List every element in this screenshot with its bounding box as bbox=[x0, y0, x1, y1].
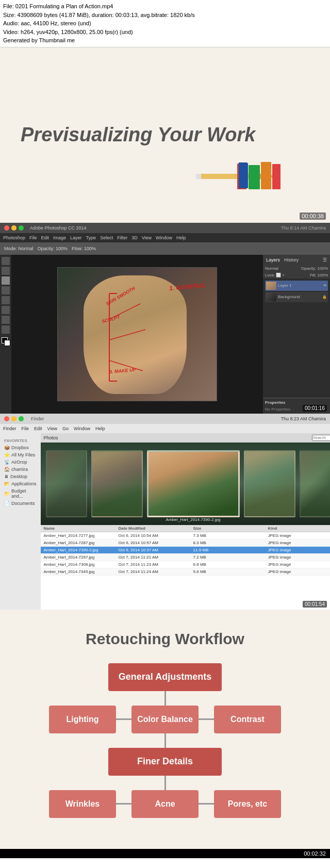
workflow-title: Retouching Workflow bbox=[86, 630, 244, 648]
file-row[interactable]: Amber_Hart_2014-7277.jpg Oct 6, 2014 10:… bbox=[41, 532, 330, 539]
ps-panels: Layers History ☰ Normal Opacity: 100% Lo… bbox=[263, 255, 330, 414]
budget-icon: 📁 bbox=[4, 491, 10, 496]
file-kind: JPEG image bbox=[268, 541, 330, 545]
finder-search[interactable] bbox=[312, 435, 330, 441]
ps-menu-edit[interactable]: Edit bbox=[41, 235, 50, 240]
photo-thumb-right[interactable] bbox=[244, 450, 295, 517]
ps-color-box[interactable] bbox=[2, 337, 10, 351]
ps-menu-view[interactable]: View bbox=[142, 235, 152, 240]
finder-documents[interactable]: 📄 Documents bbox=[2, 500, 39, 507]
finder-dropbox[interactable]: 📦 Dropbox bbox=[2, 444, 39, 451]
ps-menu-layer[interactable]: Layer bbox=[70, 235, 82, 240]
file-size: 7.3 MB bbox=[193, 533, 268, 538]
photo-thumb-main[interactable] bbox=[147, 450, 240, 517]
finder-applications[interactable]: 📂 Applications bbox=[2, 480, 39, 487]
ps-dodge-tool[interactable] bbox=[2, 316, 10, 324]
ps-mode-label: Mode: Normal bbox=[4, 246, 34, 251]
finder-menu-go[interactable]: Go bbox=[62, 426, 69, 431]
ps-menu-image[interactable]: Image bbox=[53, 235, 66, 240]
finder-menu-view[interactable]: View bbox=[47, 426, 57, 431]
svg-rect-6 bbox=[249, 165, 260, 189]
flow-label-contrast: Contrast bbox=[230, 715, 265, 724]
books-icon bbox=[237, 161, 299, 192]
finder-budget[interactable]: 📁 Budget and... bbox=[2, 487, 39, 500]
flow-connector-2 bbox=[164, 733, 166, 748]
file-col-date: Date Modified bbox=[119, 526, 193, 531]
finder-minimize-dot[interactable] bbox=[11, 416, 16, 421]
ps-brush-tool[interactable] bbox=[2, 276, 10, 285]
file-row[interactable]: Amber_Hart_2014-7287.jpg Oct 6, 2014 10:… bbox=[41, 539, 330, 547]
ps-layer-1-name: Layer 1 bbox=[278, 283, 292, 288]
file-size: 8.3 MB bbox=[193, 541, 268, 545]
file-kind: JPEG image bbox=[268, 533, 330, 538]
ps-photo-layer: 1. GENERAL SKIN SMOOTH SCULPT 3. MAKE UP bbox=[57, 267, 217, 401]
ps-menu-type[interactable]: Type bbox=[86, 235, 96, 240]
flow-label-pores: Pores, etc bbox=[228, 799, 267, 809]
file-col-kind: Kind bbox=[268, 526, 330, 531]
ps-select-tool[interactable] bbox=[2, 267, 10, 275]
ps-menu-select[interactable]: Select bbox=[100, 235, 113, 240]
ps-layer-1-row[interactable]: Layer 1 👁 bbox=[265, 281, 328, 291]
file-col-size: Size bbox=[193, 526, 268, 531]
file-name: Amber_Hart_2014-7277.jpg bbox=[44, 533, 119, 538]
ps-heal-tool[interactable] bbox=[2, 296, 10, 304]
finder-menu-window[interactable]: Window bbox=[74, 426, 90, 431]
photos-window-title: Photos bbox=[44, 435, 58, 440]
finder-chamira-label: chamira bbox=[11, 467, 28, 472]
ps-clone-tool[interactable] bbox=[2, 286, 10, 294]
file-name: Amber_Hart_2014-7287.jpg bbox=[44, 541, 119, 545]
ps-background-color bbox=[4, 340, 10, 346]
ps-blend-mode[interactable]: Normal bbox=[265, 266, 278, 271]
ps-clock: Thu 8:14 AM Chamira bbox=[280, 225, 326, 231]
ps-menu-window[interactable]: Window bbox=[156, 235, 172, 240]
ps-eraser-tool[interactable] bbox=[2, 306, 10, 314]
ps-lock-pos[interactable]: + bbox=[282, 273, 285, 277]
mac-minimize-dot[interactable] bbox=[11, 225, 16, 231]
mac-close-dot[interactable] bbox=[4, 225, 9, 231]
finder-airdrop[interactable]: 📡 AirDrop bbox=[2, 458, 39, 466]
ps-canvas: 1. GENERAL SKIN SMOOTH SCULPT 3. MAKE UP bbox=[11, 255, 263, 414]
finder-favorites-label: FAVORITES bbox=[4, 438, 39, 443]
ps-text-tool[interactable] bbox=[2, 325, 10, 334]
ps-layer-bg-thumb bbox=[266, 293, 276, 301]
ps-layers-tab[interactable]: Layers bbox=[266, 257, 280, 263]
ps-layers-header: Layers History ☰ bbox=[263, 255, 330, 265]
photo-thumb-left[interactable] bbox=[91, 450, 143, 517]
ps-menu-file[interactable]: File bbox=[29, 235, 37, 240]
finder-menu-edit[interactable]: Edit bbox=[34, 426, 42, 431]
finder-close-dot[interactable] bbox=[4, 416, 9, 421]
file-row[interactable]: Amber_Hart_2014-7390-2.jpg Oct 6, 2014 1… bbox=[41, 547, 330, 554]
finder-menu-file[interactable]: File bbox=[22, 426, 29, 431]
ps-menu-3d[interactable]: 3D bbox=[131, 235, 138, 240]
ps-layer-1-visibility[interactable]: 👁 bbox=[323, 284, 327, 287]
ps-move-tool[interactable] bbox=[2, 257, 10, 265]
flow-connector-h3 bbox=[116, 803, 131, 805]
file-rows-container: Amber_Hart_2014-7277.jpg Oct 6, 2014 10:… bbox=[41, 532, 330, 576]
finder-maximize-dot[interactable] bbox=[19, 416, 24, 421]
finder-desktop[interactable]: 🖥 Desktop bbox=[2, 473, 39, 480]
mac-maximize-dot[interactable] bbox=[19, 225, 24, 231]
ps-history-tab[interactable]: History bbox=[284, 257, 299, 263]
finder-menu-help[interactable]: Help bbox=[95, 426, 105, 431]
file-row[interactable]: Amber_Hart_2014-7297.jpg Oct 7, 2014 11:… bbox=[41, 554, 330, 561]
finder-menu-finder[interactable]: Finder bbox=[3, 426, 16, 431]
slide-title: Previsualizing Your Work bbox=[21, 124, 255, 146]
timestamp-3: 00:01:54 bbox=[303, 601, 327, 608]
photo-thumb-far-left[interactable] bbox=[46, 450, 87, 517]
finder-title: Finder bbox=[31, 416, 44, 421]
finder-chamira[interactable]: 🏠 chamira bbox=[2, 466, 39, 473]
ps-menu-filter[interactable]: Filter bbox=[117, 235, 127, 240]
photo-strip: Amber_Hart_2014-7390-2.jpg bbox=[41, 443, 330, 525]
photo-thumb-far-right[interactable] bbox=[300, 450, 330, 517]
finder-file-list: Name Date Modified Size Kind Amber_Hart_… bbox=[41, 525, 330, 610]
ps-menu-photoshop[interactable]: Photoshop bbox=[3, 235, 25, 240]
file-row[interactable]: Amber_Hart_2014-7308.jpg Oct 7, 2014 11:… bbox=[41, 561, 330, 568]
finder-section: Finder Thu 8:23 AM Chamira Finder File E… bbox=[0, 414, 330, 610]
ps-lock-pixel[interactable]: ⬜ bbox=[276, 273, 281, 277]
photoshop-section: Adobe Photoshop CC 2014 Thu 8:14 AM Cham… bbox=[0, 223, 330, 414]
file-row[interactable]: Amber_Hart_2014-7345.jpg Oct 7, 2014 11:… bbox=[41, 568, 330, 576]
finder-all-files[interactable]: ⭐ All My Files bbox=[2, 451, 39, 458]
ps-layer-bg-row[interactable]: Background 🔒 bbox=[265, 292, 328, 302]
ps-panel-options[interactable]: ☰ bbox=[323, 257, 327, 263]
ps-menu-help[interactable]: Help bbox=[176, 235, 186, 240]
